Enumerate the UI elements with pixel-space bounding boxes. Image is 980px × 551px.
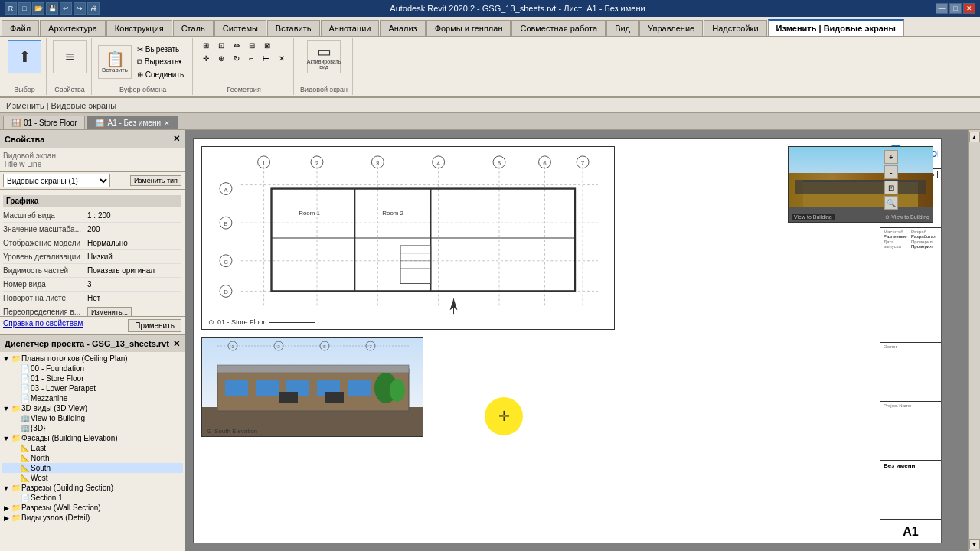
cut-button[interactable]: ✂ Вырезать xyxy=(133,44,188,55)
tree-section1[interactable]: 📄 Section 1 xyxy=(2,493,183,503)
elev-icon3: 📐 xyxy=(20,464,31,472)
right-scrollbar[interactable]: ▲ ▼ xyxy=(968,130,980,551)
tab-architecture[interactable]: Архитектура xyxy=(40,20,106,36)
viewport-count-row: Видовые экраны (1) Изменить тип xyxy=(0,172,185,190)
change-type-button[interactable]: Изменить тип xyxy=(130,175,181,186)
tree-ceiling-plans[interactable]: ▼ 📁 Планы потолков (Ceiling Plan) xyxy=(2,354,183,364)
prop-scale: Масштаб вида 1 : 200 xyxy=(3,209,181,223)
new-icon[interactable]: □ xyxy=(18,2,31,15)
tab-construction[interactable]: Конструкция xyxy=(106,20,172,36)
tab-insert[interactable]: Вставить xyxy=(267,20,320,36)
paste-button[interactable]: 📋 Вставить xyxy=(98,45,132,79)
trim-button[interactable]: ⌐ xyxy=(245,53,257,64)
tab-forms[interactable]: Формы и генплан xyxy=(426,20,511,36)
ribbon-group-geometry: ⊞ ⊡ ⇔ ⊟ ⊠ ✛ ⊕ ↻ ⌐ ⊢ ✕ Геометрия xyxy=(194,38,294,95)
close-props-icon[interactable]: ✕ xyxy=(173,134,180,144)
tab-analysis[interactable]: Анализ xyxy=(380,20,425,36)
revit-icon[interactable]: R xyxy=(5,2,17,15)
tab-file[interactable]: Файл xyxy=(2,20,39,36)
ribbon-group-modify: ▭ Активировать вид Видовой экран xyxy=(296,38,353,95)
mirror-button[interactable]: ⇔ xyxy=(230,40,243,51)
open-icon[interactable]: 📂 xyxy=(32,2,44,15)
pb-close-icon[interactable]: ✕ xyxy=(173,339,180,349)
connect-button[interactable]: ⊕ Соединить xyxy=(133,69,188,80)
split-button[interactable]: ⊢ xyxy=(259,53,273,64)
tab-view[interactable]: Вид xyxy=(606,20,639,36)
properties-button[interactable]: ≡ xyxy=(53,40,87,73)
delete-button[interactable]: ✕ xyxy=(275,53,289,64)
copy2-button[interactable]: ⊕ xyxy=(214,53,228,64)
floorplan-viewport[interactable]: Room 1 Room 2 1 2 3 4 5 6 7 xyxy=(201,146,615,330)
array-button[interactable]: ⊟ xyxy=(245,40,259,51)
svg-rect-59 xyxy=(279,392,298,403)
scroll-down-btn[interactable]: ▼ xyxy=(969,539,980,549)
minimize-button[interactable]: — xyxy=(936,3,948,14)
canvas-area[interactable]: AUTODESK Ид. Описание Дата МасштабРазлич xyxy=(185,130,980,551)
viewport-type-select[interactable]: Видовые экраны (1) xyxy=(3,174,110,187)
activate-icon: ▭ xyxy=(317,44,332,59)
select-button[interactable]: ⬆ xyxy=(8,40,41,73)
tree-lower-parapet[interactable]: 📄 03 - Lower Parapet xyxy=(2,383,183,393)
print-icon[interactable]: 🖨 xyxy=(87,2,100,15)
tab-modify[interactable]: Изменить | Видовые экраны xyxy=(768,19,904,36)
tree-north[interactable]: 📐 North xyxy=(2,453,183,463)
align-button[interactable]: ⊞ xyxy=(199,40,213,51)
tb-project-name: Project Name xyxy=(880,402,941,461)
tree-building-elevations[interactable]: ▼ 📁 Фасады (Building Elevation) xyxy=(2,433,183,443)
elevation-viewport[interactable]: 1 3 5 7 ⊙ South Elevation xyxy=(201,337,423,437)
properties-body: Графика Масштаб вида 1 : 200 Значение ма… xyxy=(0,190,185,316)
drawing-sheet: AUTODESK Ид. Описание Дата МасштабРазлич xyxy=(193,138,942,543)
scroll-up-btn[interactable]: ▲ xyxy=(969,132,980,142)
tab-annotations[interactable]: Аннотации xyxy=(321,20,380,36)
overrides-button[interactable]: Изменить... xyxy=(87,307,132,317)
tree-3d-views[interactable]: ▼ 📁 3D виды (3D View) xyxy=(2,403,183,413)
ribbon-group-select: ⬆ Выбор xyxy=(3,38,47,95)
tree-east[interactable]: 📐 East xyxy=(2,443,183,453)
tree-3d[interactable]: 🏢 {3D} xyxy=(2,423,183,433)
offset-button[interactable]: ⊡ xyxy=(214,40,228,51)
tab-systems[interactable]: Системы xyxy=(214,20,266,36)
help-link[interactable]: Справка по свойствам xyxy=(3,319,83,332)
breadcrumb: Изменить | Видовые экраны xyxy=(0,98,980,113)
undo-icon[interactable]: ↩ xyxy=(60,2,72,15)
move-button[interactable]: ✛ xyxy=(199,53,213,64)
type-name-line1: Видовой экран xyxy=(3,152,181,160)
save-icon[interactable]: 💾 xyxy=(46,2,58,15)
tree-wall-sections[interactable]: ▶ 📁 Разрезы (Wall Section) xyxy=(2,503,183,513)
maximize-button[interactable]: □ xyxy=(949,3,962,14)
fit-view-button[interactable]: ⊡ xyxy=(884,181,898,194)
view-icon2: 📄 xyxy=(20,374,31,383)
tab-a1-sheet[interactable]: 🪟 A1 - Без имени ✕ xyxy=(87,116,178,129)
tab-collaboration[interactable]: Совместная работа xyxy=(511,20,606,36)
prop-detail-level: Уровень детализации Низкий xyxy=(3,250,181,264)
tree-detail-views[interactable]: ▶ 📁 Виды узлов (Detail) xyxy=(2,513,183,523)
tree-store-floor[interactable]: 📄 01 - Store Floor xyxy=(2,373,183,383)
tree-building-sections[interactable]: ▼ 📁 Разрезы (Building Section) xyxy=(2,483,183,493)
tree-view-to-building[interactable]: 🏢 View to Building xyxy=(2,413,183,423)
tree-foundation[interactable]: 📄 00 - Foundation xyxy=(2,364,183,373)
scale-btn[interactable]: ⊠ xyxy=(260,40,274,51)
tree-mezzanine[interactable]: 📄 Mezzanine xyxy=(2,393,183,403)
tab-addins[interactable]: Надстройки xyxy=(704,20,766,36)
tab-close-icon[interactable]: ✕ xyxy=(164,119,170,127)
tree-south[interactable]: 📐 South xyxy=(2,463,183,473)
copy-button[interactable]: ⧉ Вырезать▾ xyxy=(133,56,188,68)
prop-display-model: Отображение модели Нормально xyxy=(3,236,181,250)
svg-text:5: 5 xyxy=(498,160,501,167)
zoom-out-button[interactable]: - xyxy=(884,165,898,179)
rotate-button[interactable]: ↻ xyxy=(230,53,243,64)
tab-steel[interactable]: Сталь xyxy=(173,20,214,36)
fp-viewport-label: ⊙ 01 - Store Floor xyxy=(208,318,315,326)
photo-viewport[interactable]: View to Building ⊙ View to Building xyxy=(788,146,933,223)
zoom-in-button[interactable]: + xyxy=(884,150,898,164)
tree-west[interactable]: 📐 West xyxy=(2,473,183,483)
apply-button[interactable]: Применить xyxy=(128,319,181,332)
tab-store-floor[interactable]: 🪟 01 - Store Floor xyxy=(3,116,85,129)
activate-view-button[interactable]: ▭ Активировать вид xyxy=(307,40,341,73)
close-button[interactable]: ✕ xyxy=(963,3,975,14)
tab-manage[interactable]: Управление xyxy=(639,20,703,36)
floorplan-svg: Room 1 Room 2 1 2 3 4 5 6 7 xyxy=(202,147,614,329)
zoom-btn[interactable]: 🔍 xyxy=(884,196,898,210)
cursor-indicator: ✛ xyxy=(485,397,523,435)
redo-icon[interactable]: ↪ xyxy=(74,2,86,15)
